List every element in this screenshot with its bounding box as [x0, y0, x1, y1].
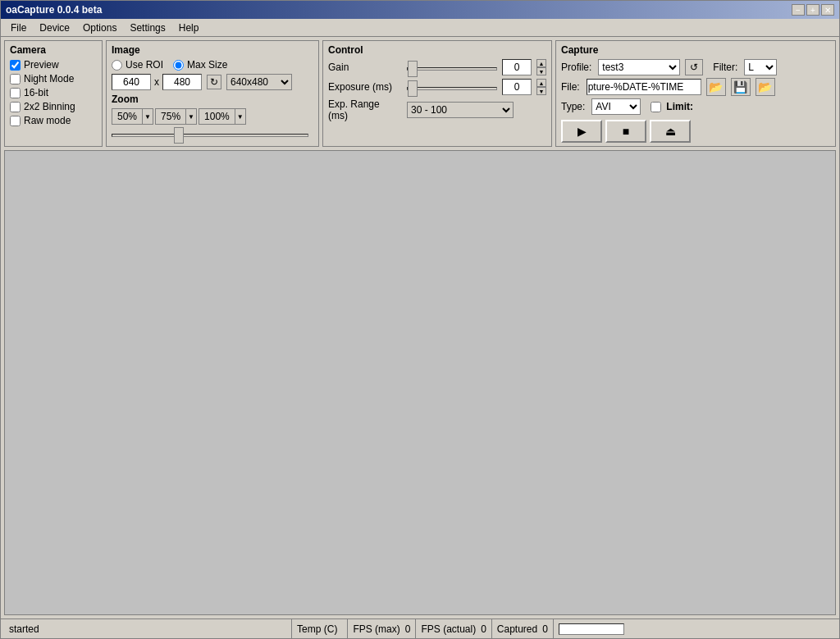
gain-input[interactable]	[502, 59, 532, 75]
window-controls: − + ✕	[792, 4, 834, 16]
exp-range-label: Exp. Range (ms)	[328, 98, 402, 121]
menu-device[interactable]: Device	[33, 21, 76, 35]
menu-options[interactable]: Options	[76, 21, 123, 35]
folder-icon: 📂	[709, 80, 723, 94]
title-bar: oaCapture 0.0.4 beta − + ✕	[1, 1, 839, 19]
control-title: Control	[328, 44, 546, 56]
content-area: Camera Preview Night Mode 16-bit 2x2 Bin…	[1, 37, 839, 638]
fps-max-label: FPS (max)	[353, 623, 399, 635]
stop-button[interactable]: ■	[605, 120, 646, 143]
fps-actual-value: 0	[481, 623, 486, 635]
preview-checkbox[interactable]	[10, 60, 21, 71]
raw-mode-row: Raw mode	[10, 115, 97, 126]
menu-help[interactable]: Help	[172, 21, 206, 35]
max-size-radio[interactable]	[173, 60, 184, 71]
zoom-100-label[interactable]: 100%	[199, 108, 235, 125]
camera-title: Camera	[10, 44, 97, 56]
eject-button[interactable]: ⏏	[650, 120, 691, 143]
control-panel: Control Gain ▲ ▼ Exposure (ms)	[322, 40, 552, 147]
status-captured: Captured 0	[492, 619, 554, 638]
status-fps-actual: FPS (actual) 0	[416, 619, 491, 638]
use-roi-radio[interactable]	[112, 60, 122, 71]
limit-checkbox[interactable]	[651, 102, 661, 112]
size-select[interactable]: 640x480	[226, 74, 292, 90]
file-label: File:	[561, 81, 580, 93]
bit16-checkbox[interactable]	[10, 88, 21, 98]
profile-select[interactable]: test3	[598, 59, 680, 75]
started-label: started	[9, 623, 39, 635]
maximize-button[interactable]: +	[806, 4, 819, 16]
raw-mode-checkbox[interactable]	[10, 116, 21, 126]
use-roi-label: Use ROI	[126, 59, 163, 71]
file-row: File: 📂 💾 📂	[561, 78, 830, 96]
zoom-50-label[interactable]: 50%	[112, 108, 142, 125]
zoom-slider[interactable]	[112, 134, 308, 137]
type-select[interactable]: AVI	[591, 98, 641, 115]
binning-checkbox[interactable]	[10, 102, 21, 112]
open-button[interactable]: 📂	[756, 78, 775, 96]
gain-spinbox: ▲ ▼	[536, 59, 546, 75]
progress-bar	[559, 623, 624, 635]
limit-label: Limit:	[666, 101, 693, 112]
zoom-section: Zoom 50% ▼ 75% ▼ 100% ▼	[112, 94, 313, 139]
zoom-75-label[interactable]: 75%	[155, 108, 185, 125]
filter-select[interactable]: L	[744, 59, 777, 75]
captured-label: Captured	[497, 623, 537, 635]
gain-slider-container	[407, 62, 497, 73]
zoom-50-arrow[interactable]: ▼	[142, 108, 153, 125]
transport-buttons: ▶ ■ ⏏	[561, 120, 830, 143]
exposure-slider-container	[407, 81, 497, 93]
window-title: oaCapture 0.0.4 beta	[6, 4, 102, 16]
gain-up-btn[interactable]: ▲	[536, 59, 546, 67]
menu-file[interactable]: File	[4, 21, 33, 35]
camera-panel: Camera Preview Night Mode 16-bit 2x2 Bin…	[4, 40, 103, 147]
fps-actual-label: FPS (actual)	[421, 623, 476, 635]
raw-mode-label: Raw mode	[24, 115, 71, 126]
night-mode-label: Night Mode	[24, 73, 74, 84]
capture-title: Capture	[561, 44, 830, 56]
rotate-icon[interactable]: ↻	[207, 75, 221, 89]
preview-row: Preview	[10, 59, 97, 71]
captured-value: 0	[542, 623, 548, 635]
preview-label: Preview	[24, 59, 59, 71]
zoom-50-btn: 50% ▼	[112, 108, 153, 125]
play-button[interactable]: ▶	[561, 120, 602, 143]
height-input[interactable]	[162, 74, 202, 90]
binning-label: 2x2 Binning	[24, 101, 75, 112]
exp-range-row: Exp. Range (ms) 30 - 100	[328, 98, 546, 121]
exposure-down-btn[interactable]: ▼	[536, 87, 546, 95]
profile-label: Profile:	[561, 62, 591, 73]
binning-row: 2x2 Binning	[10, 101, 97, 112]
roi-row: Use ROI Max Size	[112, 59, 313, 71]
status-started: started	[4, 619, 292, 638]
folder-button[interactable]: 📂	[706, 78, 726, 96]
night-mode-checkbox[interactable]	[10, 74, 21, 84]
menu-settings[interactable]: Settings	[123, 21, 171, 35]
zoom-100-btn: 100% ▼	[199, 108, 246, 125]
file-input[interactable]	[587, 79, 701, 95]
zoom-75-arrow[interactable]: ▼	[185, 108, 197, 125]
exp-range-select[interactable]: 30 - 100	[407, 102, 514, 118]
width-input[interactable]	[112, 74, 151, 90]
exposure-label: Exposure (ms)	[328, 81, 402, 93]
main-window: oaCapture 0.0.4 beta − + ✕ File Device O…	[0, 0, 840, 639]
gain-down-btn[interactable]: ▼	[536, 67, 546, 75]
zoom-title: Zoom	[112, 94, 313, 105]
exposure-row: Exposure (ms) ▲ ▼	[328, 79, 546, 95]
gain-slider[interactable]	[407, 67, 497, 71]
minimize-button[interactable]: −	[792, 4, 805, 16]
bit16-row: 16-bit	[10, 87, 97, 98]
zoom-100-arrow[interactable]: ▼	[235, 108, 246, 125]
floppy-button[interactable]: 💾	[731, 78, 751, 96]
exposure-up-btn[interactable]: ▲	[536, 79, 546, 87]
image-panel: Image Use ROI Max Size x ↻ 640x480	[106, 40, 319, 147]
status-temp: Temp (C)	[292, 619, 348, 638]
close-button[interactable]: ✕	[821, 4, 834, 16]
zoom-buttons: 50% ▼ 75% ▼ 100% ▼	[112, 108, 313, 125]
floppy-icon: 💾	[733, 80, 747, 94]
exposure-input[interactable]	[502, 79, 532, 95]
refresh-button[interactable]: ↺	[685, 59, 703, 75]
fps-max-value: 0	[405, 623, 411, 635]
exposure-slider[interactable]	[407, 87, 497, 90]
preview-area	[4, 150, 836, 615]
